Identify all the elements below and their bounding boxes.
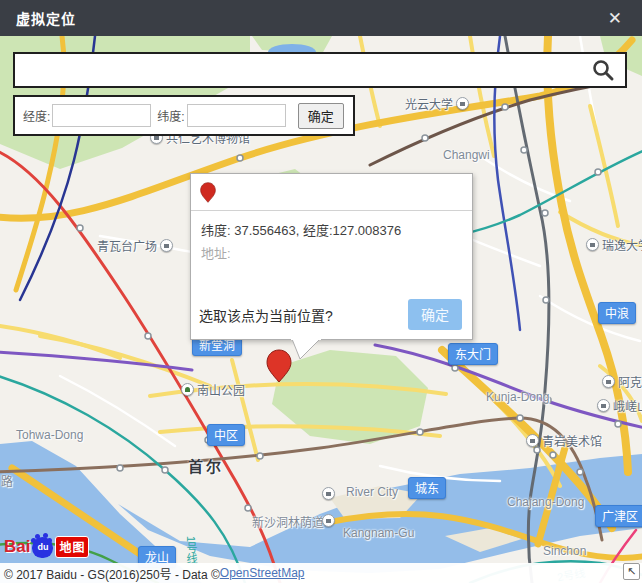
district-badge: 东大门 — [448, 343, 498, 365]
popup-address-label: 地址: — [201, 243, 462, 262]
baidu-logo: Bai du 地图 — [4, 536, 89, 558]
map-label-poi: 阿克力 — [602, 373, 642, 390]
attribution-text: © 2017 Baidu - GS(2016)250号 - Data © — [4, 565, 220, 582]
latitude-field[interactable] — [187, 104, 286, 127]
search-bar — [13, 52, 627, 88]
popup-question: 选取该点为当前位置? — [199, 305, 333, 325]
window-title: 虚拟定位 — [16, 8, 76, 28]
coordinate-form: 经度: 纬度: 确定 — [13, 95, 355, 136]
popup-header — [191, 174, 472, 211]
district-badge: 广津区 — [595, 505, 642, 527]
search-icon[interactable] — [591, 58, 615, 82]
museum-icon — [602, 375, 615, 388]
museum-icon — [597, 399, 610, 412]
map-label-museum: 青岩美术馆 — [526, 432, 602, 449]
popup-coordinates: 纬度: 37.556463, 经度:127.008376 — [201, 220, 462, 239]
coordinate-confirm-button[interactable]: 确定 — [298, 103, 344, 129]
virtual-location-window: 虚拟定位 ✕ — [0, 0, 642, 583]
map-label-area: River City — [346, 485, 398, 499]
map-label-area: Sinchon — [543, 544, 586, 558]
map-attribution: © 2017 Baidu - GS(2016)250号 - Data © Ope… — [0, 563, 642, 583]
red-pin-icon — [200, 181, 216, 204]
map-label-street: 新沙洞林荫道 — [252, 513, 324, 530]
map-label-park: 南山公园 — [181, 381, 245, 398]
poi-icon — [322, 487, 335, 500]
plaza-icon — [160, 239, 173, 252]
longitude-field[interactable] — [52, 104, 151, 127]
close-icon[interactable]: ✕ — [604, 8, 626, 29]
popup-footer: 选取该点为当前位置? 确定 — [199, 299, 462, 330]
tree-icon — [181, 383, 194, 396]
openstreetmap-link[interactable]: OpenStreetMap — [220, 566, 305, 580]
popup-confirm-button[interactable]: 确定 — [408, 299, 462, 330]
map-label-area: Tohwa-Dong — [16, 428, 83, 442]
university-icon — [456, 97, 469, 110]
title-bar: 虚拟定位 ✕ — [0, 0, 642, 36]
map-label-plaza: 青瓦台广场 — [97, 237, 173, 254]
district-badge: 城东 — [408, 477, 446, 499]
map-label-university: 光云大学 — [405, 95, 469, 112]
district-badge: 中浪 — [598, 302, 636, 324]
museum-icon — [526, 434, 539, 447]
map-label-road: 路 — [1, 472, 13, 489]
popup-tail — [285, 339, 327, 361]
map-label-city: 首尔 — [188, 455, 224, 476]
map-label-area: Kangnam-Gu — [343, 526, 414, 540]
location-popup: 纬度: 37.556463, 经度:127.008376 地址: 选取该点为当前… — [190, 173, 473, 340]
poi-icon — [322, 514, 335, 527]
popup-body: 纬度: 37.556463, 经度:127.008376 地址: — [191, 211, 472, 262]
map-canvas[interactable]: 光云大学 Changwi 瑞逸大学 中浪 东大门 Kunja-Dong 阿克力 … — [0, 36, 642, 583]
map-label-area: Kunja-Dong — [486, 390, 549, 404]
baidu-map-badge: 地图 — [55, 536, 89, 558]
map-label-area: Changwi — [443, 148, 490, 162]
baidu-logo-text: Bai — [4, 537, 30, 557]
baidu-paw-icon: du — [32, 537, 53, 558]
latitude-label: 纬度: — [157, 107, 184, 124]
longitude-label: 经度: — [23, 107, 50, 124]
university-icon — [586, 238, 599, 251]
pan-corner-icon[interactable]: ↖ — [623, 563, 640, 580]
search-input[interactable] — [15, 54, 591, 86]
map-label-poi: 峨嵯山 — [597, 397, 642, 414]
district-badge: 中区 — [207, 424, 245, 446]
metro-line-label: 1号线 — [183, 536, 199, 564]
map-label-university: 瑞逸大学 — [586, 236, 642, 253]
map-label-area: Chajang-Dong — [507, 495, 584, 509]
